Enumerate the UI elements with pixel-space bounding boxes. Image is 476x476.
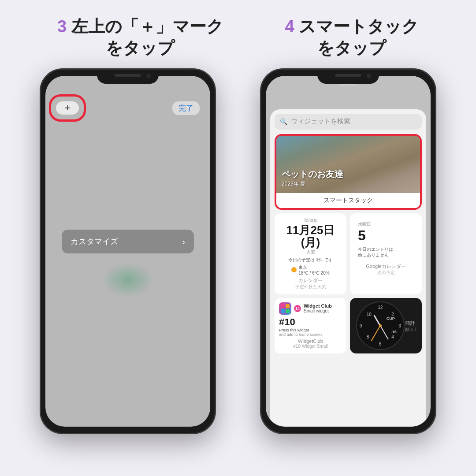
pet-title: ペットのお友達 xyxy=(282,168,343,180)
cal-luck: 大安 xyxy=(279,249,342,255)
wc-dot4 xyxy=(286,309,290,313)
wc-name-block: Widget Club Small widget xyxy=(304,303,332,313)
phone2-screen: 🔍 ウィジェットを検索 xyxy=(266,76,431,427)
cal-event: 今日の予定は 3件 です xyxy=(279,257,342,263)
clock-num-12: 12 xyxy=(378,305,383,310)
phone2-notch xyxy=(317,70,379,84)
phone1-screen: + 完了 カスタマイズ › xyxy=(45,76,210,427)
clock-num-8: 8 xyxy=(367,335,369,339)
pet-subtitle: 2023年 夏 xyxy=(282,180,343,188)
wc-name-sub: #10 Widget Small xyxy=(279,344,342,349)
calendar-widget[interactable]: 2030年 11月25日(月) 大安 今日の予定は 3件 です 東京 18°C … xyxy=(275,213,346,294)
widgetclub-widget[interactable]: 14 Widget Club Small widget #10 Press th… xyxy=(275,298,346,353)
wc-header: 14 Widget Club Small widget xyxy=(279,302,342,315)
clock-face: 12 3 6 9 2 10 4 8 CUP -16 xyxy=(356,301,405,350)
wc-badge: 14 xyxy=(294,305,301,312)
clock-num-10: 10 xyxy=(367,312,372,317)
side-button-power xyxy=(215,175,216,224)
gcal-num: 5 xyxy=(358,227,366,244)
customize-button[interactable]: カスタマイズ › xyxy=(62,230,194,253)
step4-line1: スマートタック xyxy=(299,17,419,36)
gcal-day: 水曜日 xyxy=(358,221,371,227)
wc-num: #10 xyxy=(279,316,342,328)
gcal-name: Googleカレンダー xyxy=(354,263,417,270)
wc-app-name: Widget Club xyxy=(304,303,332,309)
step3-line1: 左上の「＋」マーク xyxy=(71,17,223,36)
step4-number: 4 xyxy=(285,17,294,36)
cat-photo: ペットのお友達 2023年 夏 xyxy=(276,136,420,193)
clock-min-hand xyxy=(380,325,389,339)
step3-number: 3 xyxy=(57,17,67,36)
widget-search-bar[interactable]: 🔍 ウィジェットを検索 xyxy=(275,114,422,130)
clock-num-3: 3 xyxy=(398,323,401,328)
plus-button[interactable]: + xyxy=(56,101,79,115)
handle-bar xyxy=(339,84,357,86)
side-button-vol-down2 xyxy=(260,228,261,264)
phone1: + 完了 カスタマイズ › xyxy=(40,68,216,434)
wc-app-icon xyxy=(279,302,291,315)
step3-line2: をタップ xyxy=(106,39,175,57)
gcal-widget[interactable]: 水曜日 5 今日のエントリは 他にありません Googleカレンダー 次の予定 xyxy=(350,213,422,294)
clock-num-9: 9 xyxy=(360,323,362,328)
side-button-mute2 xyxy=(260,149,261,175)
done-label: 完了 xyxy=(178,104,193,112)
side-button-vol-down xyxy=(40,228,41,264)
gcal-sub: 次の予定 xyxy=(354,270,417,276)
search-icon: 🔍 xyxy=(280,118,287,125)
clock-num-6: 6 xyxy=(379,342,382,346)
clock-sub: 都市 I xyxy=(405,327,416,333)
clock-widget[interactable]: 12 3 6 9 2 10 4 8 CUP -16 xyxy=(350,298,422,353)
smart-stack-label: スマートスタック xyxy=(276,193,420,208)
wc-name-label: WidgetClub xyxy=(279,338,342,344)
speaker xyxy=(115,74,141,77)
done-button[interactable]: 完了 xyxy=(172,101,200,115)
search-placeholder: ウィジェットを検索 xyxy=(291,117,350,126)
wc-app-sub: Small widget xyxy=(304,309,332,313)
cal-widget-name: カレンダー 予定件数と天気 xyxy=(279,277,342,290)
step3-title: 3 左上の「＋」マーク をタップ xyxy=(57,16,223,60)
cal-weather: 東京 18°C / 6°C 20% xyxy=(279,264,342,275)
smart-stack-text: スマートスタック xyxy=(324,197,373,204)
wc-add: and add to home screen xyxy=(279,332,342,337)
minus16-text: -16 xyxy=(391,330,397,334)
decorative-blob xyxy=(101,262,154,298)
header-row: 3 左上の「＋」マーク をタップ 4 スマートタック をタップ xyxy=(0,0,476,68)
phones-row: + 完了 カスタマイズ › xyxy=(0,68,476,476)
clock-widget-label: 時計 都市 I xyxy=(405,320,416,333)
step4-line2: をタップ xyxy=(317,39,386,57)
phone2: 🔍 ウィジェットを検索 xyxy=(260,68,436,434)
wc-widget-label: WidgetClub #10 Widget Small xyxy=(279,338,342,349)
weather-temp: 18°C / 6°C 20% xyxy=(298,271,329,275)
topbar: + 完了 xyxy=(45,98,210,119)
clock-center-dot xyxy=(379,324,382,327)
weather-city: 東京 xyxy=(298,264,329,271)
camera xyxy=(146,74,151,78)
weather-sun-icon xyxy=(291,267,297,272)
camera2 xyxy=(367,74,371,78)
step4-title: 4 スマートタック をタップ xyxy=(285,16,419,60)
phone-notch xyxy=(97,70,159,84)
wc-dot3 xyxy=(281,309,285,313)
widget-panel: 🔍 ウィジェットを検索 xyxy=(270,109,426,427)
speaker2 xyxy=(335,74,361,77)
chevron-icon: › xyxy=(182,237,185,247)
clock-sec-hand xyxy=(371,326,380,341)
side-button-vol-up2 xyxy=(260,184,261,219)
wc-press: Press this widget xyxy=(279,328,342,332)
side-button-mute xyxy=(40,149,41,175)
cat-overlay: ペットのお友達 2023年 夏 xyxy=(282,168,343,188)
clock-name: 時計 xyxy=(405,320,416,327)
smart-stack-widget[interactable]: ペットのお友達 2023年 夏 スマートスタック xyxy=(275,134,422,210)
cal-name: カレンダー xyxy=(279,277,342,284)
customize-label: カスタマイズ xyxy=(71,236,118,247)
side-button-vol-up xyxy=(40,184,41,219)
wc-dot2 xyxy=(286,304,290,308)
gcal-note: 今日のエントリは 他にありません xyxy=(358,246,393,258)
widgets-grid: 2030年 11月25日(月) 大安 今日の予定は 3件 です 東京 18°C … xyxy=(275,213,422,353)
cal-year: 2030年 xyxy=(279,218,342,224)
cal-date: 11月25日(月) xyxy=(279,224,342,249)
wc-badge-container: 14 xyxy=(294,305,301,312)
screen1-center: カスタマイズ › xyxy=(45,119,210,427)
cal-sub-label: 予定件数と天気 xyxy=(279,284,342,290)
side-button-power2 xyxy=(435,175,436,224)
